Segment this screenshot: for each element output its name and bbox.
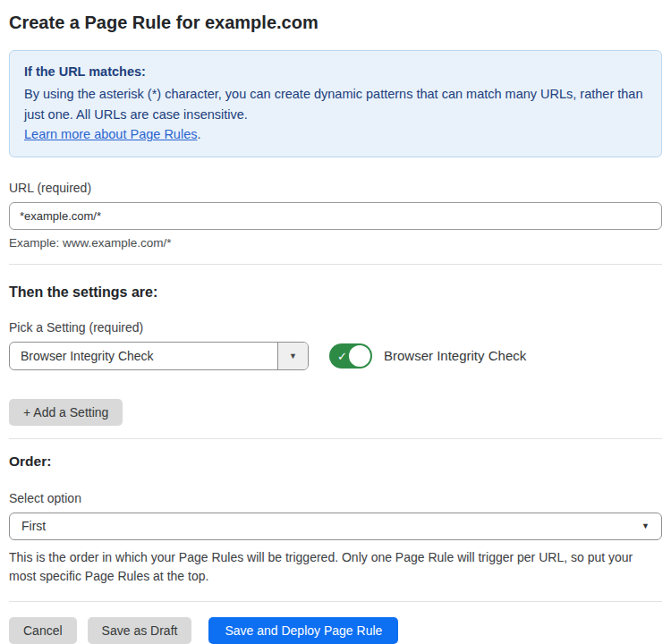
- learn-more-link[interactable]: Learn more about Page Rules: [24, 127, 197, 141]
- divider: [9, 438, 662, 439]
- divider: [9, 601, 662, 602]
- info-box-body: By using the asterisk (*) character, you…: [24, 84, 647, 144]
- toggle-knob: [349, 345, 370, 367]
- add-setting-button[interactable]: + Add a Setting: [9, 399, 123, 426]
- setting-toggle[interactable]: ✓: [329, 343, 372, 369]
- url-matches-info-box: If the URL matches: By using the asteris…: [9, 50, 662, 157]
- url-field-label: URL (required): [9, 181, 662, 195]
- divider: [9, 264, 662, 265]
- setting-select[interactable]: Browser Integrity Check ▼: [9, 342, 309, 370]
- save-as-draft-button[interactable]: Save as Draft: [88, 617, 192, 644]
- footer-actions: Cancel Save as Draft Save and Deploy Pag…: [9, 617, 662, 644]
- setting-select-value: Browser Integrity Check: [10, 349, 154, 363]
- create-page-rule-panel: Create a Page Rule for example.com If th…: [0, 0, 671, 644]
- chevron-down-icon: ▼: [641, 521, 650, 530]
- pick-setting-label: Pick a Setting (required): [9, 320, 662, 335]
- order-select-label: Select option: [9, 491, 662, 505]
- page-title: Create a Page Rule for example.com: [9, 13, 662, 33]
- cancel-button[interactable]: Cancel: [9, 617, 77, 644]
- url-example-text: Example: www.example.com/*: [9, 236, 662, 250]
- chevron-down-icon: ▼: [277, 343, 308, 369]
- info-box-body-text: By using the asterisk (*) character, you…: [24, 87, 643, 121]
- toggle-label: Browser Integrity Check: [384, 348, 526, 363]
- link-period: .: [197, 127, 200, 141]
- order-select-value: First: [21, 519, 46, 533]
- check-icon: ✓: [337, 350, 347, 361]
- order-select[interactable]: First ▼: [9, 513, 662, 540]
- url-input[interactable]: [9, 202, 662, 230]
- settings-section-heading: Then the settings are:: [9, 284, 662, 301]
- save-and-deploy-button[interactable]: Save and Deploy Page Rule: [208, 617, 398, 644]
- setting-row: Browser Integrity Check ▼ ✓ Browser Inte…: [9, 342, 662, 370]
- info-box-heading: If the URL matches:: [24, 62, 647, 81]
- order-section-heading: Order:: [9, 453, 662, 470]
- order-help-text: This is the order in which your Page Rul…: [9, 548, 653, 586]
